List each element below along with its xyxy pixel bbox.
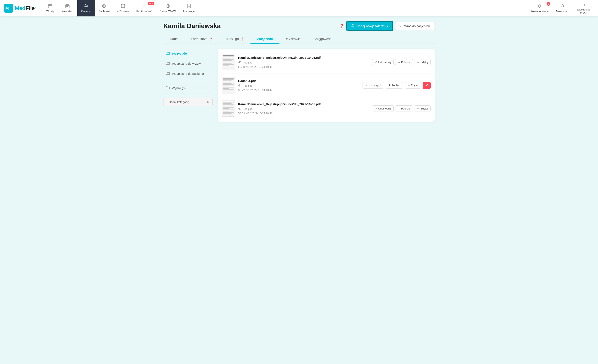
- file-actions-3: ↗ Udostępnij ⬇ Pobierz ✏ Edytuj: [372, 105, 431, 112]
- nav-kalendarz[interactable]: Kalendarz: [58, 0, 77, 16]
- strona-www-icon: [166, 4, 170, 9]
- moje-konto-icon: [560, 4, 565, 9]
- add-attachment-label: Dodaj nowy załącznik: [356, 24, 388, 28]
- file-thumb-1: [222, 54, 235, 70]
- gear-icon[interactable]: ⚙: [207, 100, 209, 104]
- share-button-1[interactable]: ↗ Udostępnij: [372, 59, 393, 65]
- nav-rachunki-label: Rachunki: [99, 10, 110, 13]
- tab-formularze[interactable]: Formularze ❓: [184, 35, 219, 44]
- file-preview-3[interactable]: Podgląd: [238, 107, 369, 111]
- nav-e-zdrowie-label: e-Zdrowie: [117, 10, 129, 13]
- powiadomienia-icon: [537, 4, 542, 9]
- tab-e-zdrowie[interactable]: e-Zdrowie: [280, 35, 307, 44]
- folder-open-icon: [166, 51, 170, 56]
- nav-punkt-pobran[interactable]: NEW Punkt pobrań: [133, 0, 156, 16]
- svg-rect-19: [143, 4, 146, 8]
- file-item-1: KamilaDaniewska_RejestrącjaOnlineZdn_202…: [217, 50, 435, 74]
- add-attachment-button[interactable]: Dodaj nowy załącznik: [347, 21, 393, 31]
- download-button-1[interactable]: ⬇ Pobierz: [395, 59, 413, 65]
- eye-icon-3: [238, 107, 241, 111]
- instrukcje-icon: [187, 4, 191, 9]
- wizyty-icon: [48, 4, 52, 9]
- preview-label-3: Podgląd: [243, 107, 253, 111]
- download-label-2: Pobierz: [391, 84, 401, 87]
- upload-icon: [351, 24, 355, 28]
- tabs: Dane Formularze ❓ MedSign ❓ Załączniki e…: [163, 35, 435, 44]
- nav-powiadomienia-label: Powiadomienia: [531, 10, 549, 13]
- share-icon-3: ↗: [375, 107, 377, 110]
- folder-wizyty-icon: [166, 61, 170, 66]
- file-info-1: KamilaDaniewska_RejestrącjaOnlineZdn_202…: [238, 56, 369, 68]
- nav-zabezpiecz[interactable]: Zabezpiecz 119:51: [573, 0, 594, 16]
- main-content: Kamila Daniewska ❓ Dodaj nowy załącznik …: [155, 16, 443, 127]
- edit-button-2[interactable]: ✏ Edytuj: [405, 82, 421, 89]
- download-button-2[interactable]: ⬇ Pobierz: [386, 82, 403, 89]
- nav-strona-www[interactable]: Strona WWW: [156, 0, 180, 16]
- edit-button-3[interactable]: ✏ Edytuj: [415, 105, 431, 112]
- file-actions-2: ↗ Udostępnij ⬇ Pobierz ✏ Edytuj ✕: [363, 82, 431, 89]
- tab-dane[interactable]: Dane: [163, 35, 184, 44]
- tab-medsign[interactable]: MedSign ❓: [219, 35, 250, 44]
- back-button[interactable]: ← Wróć do pacjentów: [395, 22, 435, 30]
- download-label-1: Pobierz: [401, 61, 410, 64]
- folder-pacjenta-icon: [166, 71, 170, 76]
- add-category-button[interactable]: + Dodaj kategorię ⚙: [163, 98, 213, 106]
- content-layout: Wszystkie Przypisane do wizyty Przypisan…: [163, 49, 435, 121]
- nav-powiadomienia[interactable]: 3 Powiadomienia: [527, 0, 552, 16]
- file-meta-1: 53.38 KB / 2022-10-04 10:48: [238, 65, 369, 68]
- close-icon-2: ✕: [425, 83, 428, 87]
- nav-rachunki[interactable]: $ Rachunki: [95, 0, 113, 16]
- page-actions: ❓ Dodaj nowy załącznik ← Wróć do pacjent…: [340, 21, 435, 31]
- nav-punkt-pobran-label: Punkt pobrań: [136, 10, 152, 13]
- sidebar-item-przypisane-wizyty[interactable]: Przypisane do wizyty: [163, 59, 213, 68]
- preview-label-1: Podgląd: [243, 61, 253, 64]
- sidebar-item-przypisane-pacjenta[interactable]: Przypisane do pacjenta: [163, 69, 213, 78]
- preview-label-2: Podgląd: [243, 84, 253, 87]
- new-badge: NEW: [148, 2, 154, 5]
- nav-instrukcje[interactable]: Instrukcje: [180, 0, 199, 16]
- tab-formularze-help[interactable]: ❓: [209, 37, 213, 41]
- file-name-3: KamilaDaniewska_RejestrącjaOnlineZdn_202…: [238, 102, 369, 106]
- edit-button-1[interactable]: ✏ Edytuj: [415, 59, 431, 65]
- logo[interactable]: M Med File ®: [4, 4, 36, 13]
- share-button-3[interactable]: ↗ Udostępnij: [372, 105, 393, 112]
- file-meta-2: 32.72 KB / 2022-10-04 10:47: [238, 89, 359, 92]
- back-label: Wróć do pacjentów: [404, 24, 430, 28]
- tab-ksiegowosc[interactable]: Księgowość: [307, 35, 338, 44]
- help-icon[interactable]: ❓: [340, 24, 344, 28]
- svg-point-12: [85, 5, 86, 6]
- delete-button-2[interactable]: ✕: [423, 82, 431, 89]
- nav-instrukcje-label: Instrukcje: [183, 10, 195, 13]
- sidebar: Wszystkie Przypisane do wizyty Przypisan…: [163, 49, 213, 121]
- sidebar-item-wszystkie[interactable]: Wszystkie: [163, 49, 213, 58]
- nav-pacjenci-label: Pacjenci: [81, 10, 91, 13]
- svg-point-30: [562, 5, 564, 6]
- file-thumb-2: [222, 77, 235, 93]
- download-icon-1: ⬇: [398, 61, 400, 64]
- share-button-2[interactable]: ↗ Udostępnij: [363, 82, 384, 89]
- tab-ksiegowosc-label: Księgowość: [314, 37, 331, 41]
- tab-medsign-label: MedSign: [226, 37, 239, 41]
- svg-rect-11: [67, 6, 68, 7]
- tab-medsign-help[interactable]: ❓: [241, 37, 244, 41]
- nav-wizyty[interactable]: Wizyty: [42, 0, 58, 16]
- file-preview-2[interactable]: Podgląd: [238, 84, 359, 88]
- edit-label-2: Edytuj: [411, 84, 418, 87]
- svg-text:$: $: [103, 5, 104, 7]
- nav-zabezpiecz-label: Zabezpiecz: [577, 8, 590, 11]
- sidebar-wszystkie-label: Wszystkie: [172, 52, 187, 55]
- back-arrow-icon: ←: [399, 24, 403, 28]
- nav-e-zdrowie[interactable]: e-Zdrowie: [113, 0, 133, 16]
- sidebar-item-wyniki[interactable]: Wyniki (0): [163, 83, 213, 93]
- file-meta-3: 53.39 KB / 2022-10-04 10:46: [238, 112, 369, 115]
- file-name-1: KamilaDaniewska_RejestrącjaOnlineZdn_202…: [238, 56, 369, 59]
- download-button-3[interactable]: ⬇ Pobierz: [395, 105, 413, 112]
- nav-pacjenci[interactable]: Pacjenci: [77, 0, 95, 16]
- svg-rect-31: [582, 4, 585, 6]
- nav-moje-konto[interactable]: Moje konto: [552, 0, 573, 16]
- main-nav: Wizyty Kalendarz Pacjenci $ Rachunki e-Z…: [42, 0, 527, 16]
- download-label-3: Pobierz: [401, 107, 410, 110]
- file-preview-1[interactable]: Podgląd: [238, 61, 369, 65]
- tab-zalaczniki[interactable]: Załączniki: [250, 35, 279, 44]
- logo-reg: ®: [35, 7, 36, 9]
